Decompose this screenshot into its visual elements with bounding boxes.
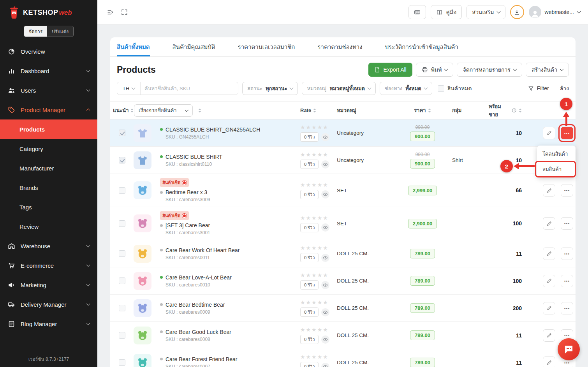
preview-eye-icon[interactable] — [321, 133, 329, 141]
edit-button[interactable] — [543, 217, 555, 230]
out-of-stock-checkbox[interactable]: สินค้าหมด — [438, 84, 472, 93]
row-checkbox[interactable] — [119, 305, 125, 311]
product-thumbnail[interactable] — [134, 327, 151, 344]
review-count[interactable]: 0 รีวิว — [300, 160, 319, 169]
tab--[interactable]: ราคาตามช่องทาง — [317, 37, 362, 56]
user-menu[interactable]: webmaste... — [529, 6, 580, 18]
sidebar-item-delivery-manager[interactable]: Delivery Manager — [0, 295, 97, 314]
product-name[interactable]: Care Bear Bedtime Bear — [160, 302, 298, 308]
more-button[interactable]: ••• — [561, 248, 573, 260]
sidebar-item-users[interactable]: Users — [0, 81, 97, 100]
row-checkbox[interactable] — [119, 187, 125, 194]
chat-button[interactable] — [558, 338, 580, 360]
tab--[interactable]: ประวัติการนำเข้าข้อมูลสินค้า — [385, 37, 458, 56]
create-product-button[interactable]: สร้างสินค้า — [526, 63, 569, 77]
product-thumbnail[interactable] — [134, 151, 151, 169]
product-thumbnail[interactable] — [134, 354, 151, 367]
sort-icon[interactable] — [198, 109, 201, 112]
edit-button[interactable] — [543, 184, 555, 197]
product-thumbnail[interactable] — [134, 124, 151, 142]
tab--[interactable]: สินค้ามีคุณสมบัติ — [173, 37, 215, 56]
sidebar-item-warehouse[interactable]: Warehouse — [0, 236, 97, 256]
sidebar-subitem-tags[interactable]: Tags — [0, 197, 97, 217]
download-button[interactable] — [510, 5, 524, 19]
mode-manage-button[interactable]: จัดการ — [24, 26, 47, 37]
sidebar-subitem-manufacturer[interactable]: Manufacturer — [0, 158, 97, 178]
product-name[interactable]: CLASSIC BLUE SHIRT_GN4255ALCH — [160, 126, 298, 133]
review-count[interactable]: 0 รีวิว — [300, 190, 319, 199]
sidebar-item-marketing[interactable]: Marketing — [0, 275, 97, 295]
tab--[interactable]: สินค้าทั้งหมด — [117, 37, 150, 56]
sidebar-subitem-products[interactable]: Products — [0, 119, 97, 139]
review-count[interactable]: 0 รีวิว — [300, 223, 319, 232]
review-count[interactable]: 0 รีวิว — [300, 280, 319, 290]
row-checkbox[interactable] — [119, 332, 125, 339]
bulk-manage-button[interactable]: จัดการหลายรายการ — [457, 63, 522, 77]
preview-eye-icon[interactable] — [321, 335, 329, 344]
product-thumbnail[interactable] — [134, 272, 151, 290]
review-count[interactable]: 0 รีวิว — [300, 132, 319, 142]
preview-eye-icon[interactable] — [321, 281, 329, 289]
sidebar-item-e-commerce[interactable]: E-commerce — [0, 256, 97, 275]
addons-button[interactable]: ส่วนเสริม — [467, 5, 505, 19]
more-button[interactable]: ••• — [561, 184, 573, 197]
column-stock[interactable]: พร้อมขาย — [489, 102, 533, 119]
column-rate[interactable]: Rate — [298, 107, 337, 113]
sidebar-subitem-brands[interactable]: Brands — [0, 178, 97, 197]
sidebar-subitem-category[interactable]: Category — [0, 139, 97, 158]
row-checkbox[interactable] — [119, 220, 125, 227]
product-name[interactable]: Care Bear Good Luck Bear — [160, 329, 298, 335]
row-checkbox[interactable] — [119, 130, 125, 136]
mode-customize-button[interactable]: ปรับแต่ง — [47, 26, 73, 37]
review-count[interactable]: 0 รีวิว — [300, 362, 319, 367]
app-logo[interactable]: KETSHOPweb — [0, 0, 97, 25]
preview-eye-icon[interactable] — [321, 190, 329, 198]
status-select[interactable]: สถานะทุกสถานะ — [242, 82, 298, 95]
product-name[interactable]: [SET 3] Care Bear — [160, 222, 298, 228]
category-select[interactable]: หมวดหมู่หมวดหมู่ทั้งหมด — [302, 82, 376, 95]
filter-button[interactable]: Filter — [528, 85, 549, 91]
more-button[interactable]: ••• — [561, 127, 573, 139]
fullscreen-button[interactable] — [117, 5, 131, 19]
manual-button[interactable]: คู่มือ — [431, 5, 462, 19]
sidebar-item-blog-manager[interactable]: Blog Manager — [0, 314, 97, 334]
edit-button[interactable] — [543, 302, 555, 314]
row-checkbox[interactable] — [119, 157, 125, 163]
edit-button[interactable] — [543, 356, 555, 367]
product-name[interactable]: CLASSIC BLUE SHIRT — [160, 154, 298, 160]
row-checkbox[interactable] — [119, 277, 125, 284]
preview-eye-icon[interactable] — [321, 223, 329, 232]
language-select[interactable]: TH — [117, 82, 141, 95]
edit-button[interactable] — [543, 248, 555, 260]
channel-select[interactable]: ช่องทางทั้งหมด — [380, 82, 432, 95]
more-button[interactable]: ••• — [561, 275, 573, 287]
column-recommend[interactable]: แนะนำ — [110, 106, 134, 114]
review-count[interactable]: 0 รีวิว — [300, 335, 319, 344]
column-price[interactable]: ราคา — [399, 106, 446, 114]
review-count[interactable]: 0 รีวิว — [300, 253, 319, 262]
product-thumbnail[interactable] — [134, 245, 151, 263]
review-count[interactable]: 0 รีวิว — [300, 307, 319, 317]
product-thumbnail[interactable] — [134, 214, 151, 232]
row-checkbox[interactable] — [119, 250, 125, 257]
product-name[interactable]: Bedtime Bear x 3 — [160, 189, 298, 195]
sort-by-select[interactable]: เรียงจากชื่อสินค้า — [134, 104, 193, 117]
clear-filter-button[interactable]: ล้าง — [560, 84, 569, 93]
more-button[interactable]: ••• — [561, 217, 573, 230]
row-checkbox[interactable] — [119, 359, 125, 366]
sidebar-item-dashboard[interactable]: Dashboard — [0, 61, 97, 81]
edit-button[interactable] — [543, 275, 555, 287]
sidebar-item-overview[interactable]: Overview — [0, 42, 97, 61]
shortcut-keys-button[interactable] — [408, 5, 426, 19]
product-thumbnail[interactable] — [134, 299, 151, 317]
preview-eye-icon[interactable] — [321, 363, 329, 367]
product-name[interactable]: Care Bear Forest Friend Bear — [160, 356, 298, 362]
context-menu-item-1[interactable]: ลบสินค้า — [537, 162, 576, 177]
tab--[interactable]: ราคาตามเลเวลสมาชิก — [238, 37, 295, 56]
product-thumbnail[interactable] — [134, 181, 151, 199]
sidebar-collapse-button[interactable] — [103, 5, 117, 19]
sidebar-item-product-manager[interactable]: Product Manager — [0, 100, 97, 119]
edit-button[interactable] — [543, 329, 555, 342]
edit-button[interactable] — [543, 127, 555, 139]
context-menu-item-0[interactable]: โคลนสินค้า — [537, 146, 576, 162]
